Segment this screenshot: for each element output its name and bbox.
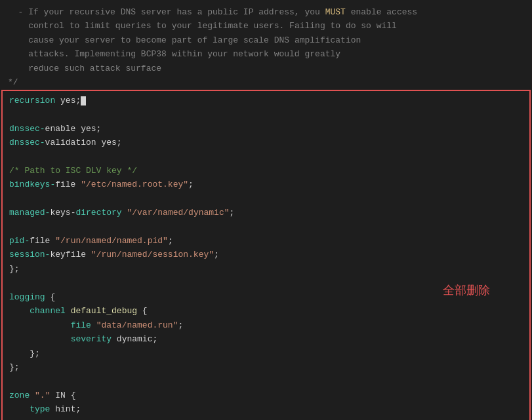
comment-line-1: - If your recursive DNS server has a pub…: [7, 5, 525, 19]
dlv-comment-line: /* Path to ISC DLV key */: [8, 164, 524, 178]
blank-1: [8, 107, 524, 121]
channel-line: channel default_debug {: [8, 304, 524, 318]
blank-3: [8, 192, 524, 206]
inner-brace-close: };: [8, 347, 524, 360]
blank-6: [8, 374, 524, 388]
closing-brace-1: };: [8, 262, 524, 276]
closing-brace-2: };: [8, 360, 524, 374]
dnssec-validation-line: dnssec-validation yes;: [8, 136, 524, 149]
comment-line-5: reduce such attack surface: [7, 62, 525, 75]
blank-5: [8, 276, 524, 290]
recursion-line: recursion yes;: [8, 94, 524, 107]
comment-line-2: control to limit queries to your legitim…: [7, 19, 525, 33]
pid-file-line: pid-file "/run/named/named.pid";: [8, 234, 524, 248]
comment-close: */: [7, 75, 525, 89]
bindkeys-line: bindkeys-file "/etc/named.root.key";: [8, 178, 524, 191]
comment-line-4: attacks. Implementing BCP38 within your …: [7, 47, 525, 61]
type-hint-line: type hint;: [8, 402, 524, 416]
managed-keys-line: managed-keys-directory "/var/named/dynam…: [8, 206, 524, 220]
session-keyfile-line: session-keyfile "/run/named/session.key"…: [8, 248, 524, 261]
file-line: file "data/named.run";: [8, 318, 524, 332]
comment-block: - If your recursive DNS server has a pub…: [0, 5, 532, 90]
blank-4: [8, 220, 524, 234]
comment-line-3: cause your server to become part of larg…: [7, 33, 525, 47]
selected-code-region[interactable]: 全部删除 recursion yes; dnssec-enable yes; d…: [1, 90, 531, 420]
severity-line: severity dynamic;: [8, 332, 524, 346]
dnssec-enable-line: dnssec-enable yes;: [8, 122, 524, 136]
zone-line: zone "." IN {: [8, 389, 524, 402]
logging-open: logging {: [8, 290, 524, 304]
zone-file-line: file "named.ca";: [8, 417, 524, 420]
blank-2: [8, 149, 524, 163]
code-editor: - If your recursive DNS server has a pub…: [0, 0, 532, 420]
